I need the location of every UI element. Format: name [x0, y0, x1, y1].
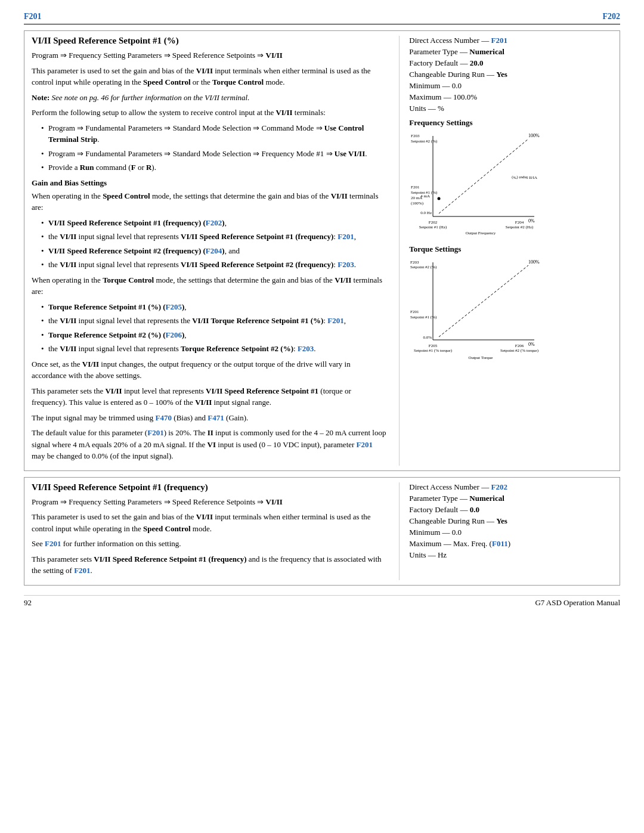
chart-vi-label: VI/II Input (%) [512, 175, 537, 180]
direct-access-line2: Direct Access Number — F202 [409, 482, 612, 492]
chart-f203-label: F203 [411, 134, 420, 138]
factory-default-line1: Factory Default — 20.0 [409, 58, 612, 68]
torque-bullet-1: Torque Reference Setpoint #1 (%) (F205), [41, 301, 387, 313]
chart-sp1-label: Setpoint #1 (Hz) [419, 225, 447, 230]
maximum-value2: Max. Freq. (F011) [453, 539, 510, 548]
chart-0hz-label: 0.0 Hz [421, 210, 432, 215]
chart-4mA-label: 4 mA [421, 194, 431, 199]
torque-sp2x-label: Setpoint #2 (% torque) [500, 348, 539, 353]
torque-chart-area: Torque Settings 100% 0% F203 Setpoint #2… [409, 244, 612, 363]
speed-bullet-4: the VI/II input signal level that repres… [41, 259, 387, 271]
chart-f202-label: F202 [429, 220, 438, 225]
chart-sp2-label: Setpoint #2 (Hz) [506, 225, 534, 230]
section2-title: VI/II Speed Reference Setpoint #1 (frequ… [32, 482, 387, 493]
torque-100-label: 100% [528, 259, 540, 265]
link-f203a[interactable]: F203 [338, 260, 354, 269]
section2-right: Direct Access Number — F202 Parameter Ty… [399, 482, 612, 580]
direct-access-value1[interactable]: F201 [491, 36, 507, 45]
gain-bias-head: Gain and Bias Settings [32, 178, 387, 188]
link-f205[interactable]: F205 [166, 302, 182, 311]
section1-note: Note: See note on pg. 46 for further inf… [32, 92, 387, 104]
chart-100-label: 100% [528, 133, 540, 138]
section1-bullets-intro: Program ⇒ Fundamental Parameters ⇒ Stand… [32, 122, 387, 174]
torque-bullets: Torque Reference Setpoint #1 (%) (F205),… [32, 301, 387, 355]
footer-page-number: 92 [24, 598, 32, 608]
section1-body2: Perform the following setup to allow the… [32, 107, 387, 119]
link-f201-s2b[interactable]: F201 [74, 566, 90, 575]
link-f201b[interactable]: F201 [327, 316, 343, 325]
param-type-line1: Parameter Type — Numerical [409, 47, 612, 57]
header-left[interactable]: F201 [24, 12, 42, 21]
torque-bullet-2: the VI/II input signal level that repres… [41, 315, 387, 327]
chart-f204-label: F204 [515, 220, 524, 225]
changeable-line2: Changeable During Run — Yes [409, 516, 612, 526]
torque-sp2-label: Setpoint #2 (%) [410, 265, 437, 270]
link-f201a[interactable]: F201 [338, 232, 354, 241]
header-right[interactable]: F202 [602, 12, 620, 21]
section2-body3: This parameter sets VI/II Speed Referenc… [32, 553, 387, 577]
factory-default-line2: Factory Default — 0.0 [409, 505, 612, 515]
gain-bias-intro: When operating in the Speed Control mode… [32, 190, 387, 213]
minimum-line2: Minimum — 0.0 [409, 528, 612, 537]
param-type-line2: Parameter Type — Numerical [409, 494, 612, 503]
section2-box: VI/II Speed Reference Setpoint #1 (frequ… [24, 477, 620, 586]
section2-breadcrumb: Program ⇒ Frequency Setting Parameters ⇒… [32, 496, 387, 508]
link-f471[interactable]: F471 [208, 413, 224, 422]
link-f201d[interactable]: F201 [357, 440, 373, 449]
torque-sp1-label: Setpoint #1 (% torque) [414, 348, 453, 353]
link-f202[interactable]: F202 [206, 218, 222, 227]
torque-bullet-3: Torque Reference Setpoint #2 (%) (F206), [41, 329, 387, 341]
torque-f205-label: F205 [429, 343, 438, 348]
torque-0-label: 0% [528, 342, 535, 347]
section1-body6: The default value for this parameter (F2… [32, 427, 387, 462]
section1-box: VI/II Speed Reference Setpoint #1 (%) Pr… [24, 30, 620, 471]
page-footer: 92 G7 ASD Operation Manual [24, 595, 620, 608]
bullet-item: Program ⇒ Fundamental Parameters ⇒ Stand… [41, 148, 387, 160]
link-f470[interactable]: F470 [156, 413, 172, 422]
section1-body5: The input signal may be trimmed using F4… [32, 412, 387, 424]
section1-body1: This parameter is used to set the gain a… [32, 65, 387, 88]
link-f201c[interactable]: F201 [147, 428, 163, 437]
maximum-line2: Maximum — Max. Freq. (F011) [409, 539, 612, 549]
units-line1: Units — % [409, 104, 612, 113]
direct-access-label1: Direct Access Number — [409, 36, 491, 45]
freq-chart-svg: 100% 0% F202 Setpoint #1 (Hz) F204 Setpo… [409, 130, 540, 237]
section1-breadcrumb: Program ⇒ Frequency Setting Parameters ⇒… [32, 49, 387, 61]
torque-chart-svg: 100% 0% F203 Setpoint #2 (%) F201 Setpoi… [409, 256, 540, 361]
torque-intro: When operating in the Torque Control mod… [32, 274, 387, 298]
changeable-line1: Changeable During Run — Yes [409, 70, 612, 79]
bullet-item: Provide a Run command (F or R). [41, 162, 387, 174]
chart-f201-label: F201 [411, 185, 420, 190]
torque-f201-label: F201 [410, 309, 419, 314]
torque-bullet-4: the VI/II input signal level that repres… [41, 343, 387, 355]
torque-sp1c-label: Setpoint #1 (%) [410, 315, 437, 320]
section1-body3: Once set, as the VI/II input changes, th… [32, 358, 387, 382]
speed-bullet-2: the VI/II input signal level that repres… [41, 231, 387, 243]
speed-bullets: VI/II Speed Reference Setpoint #1 (frequ… [32, 217, 387, 271]
section2-left: VI/II Speed Reference Setpoint #1 (frequ… [32, 482, 387, 580]
link-f204[interactable]: F204 [206, 246, 222, 255]
minimum-line1: Minimum — 0.0 [409, 81, 612, 91]
link-f201-s2[interactable]: F201 [45, 539, 61, 548]
section1-two-col: VI/II Speed Reference Setpoint #1 (%) Pr… [32, 36, 612, 466]
torque-chart-title: Torque Settings [409, 244, 612, 254]
chart-0-label: 0% [528, 218, 535, 224]
direct-access-value2[interactable]: F202 [491, 482, 507, 491]
link-f203b[interactable]: F203 [298, 344, 314, 353]
section2-two-col: VI/II Speed Reference Setpoint #1 (frequ… [32, 482, 612, 580]
chart-output-freq-label: Output Frequency [466, 231, 496, 236]
speed-bullet-1: VI/II Speed Reference Setpoint #1 (frequ… [41, 217, 387, 229]
torque-00p-label: 0.0% [423, 335, 432, 340]
section1-right: Direct Access Number — F201 Parameter Ty… [399, 36, 612, 466]
chart-100p-label: (100%) [411, 201, 424, 206]
bullet-item: Program ⇒ Fundamental Parameters ⇒ Stand… [41, 122, 387, 145]
maximum-line1: Maximum — 100.0% [409, 92, 612, 102]
link-f011[interactable]: F011 [492, 539, 508, 548]
svg-line-5 [439, 265, 528, 337]
chart-4mA-dot [438, 197, 441, 200]
section1-left: VI/II Speed Reference Setpoint #1 (%) Pr… [32, 36, 387, 466]
section1-title: VI/II Speed Reference Setpoint #1 (%) [32, 36, 387, 46]
link-f206[interactable]: F206 [166, 330, 182, 339]
freq-chart-title: Frequency Settings [409, 118, 612, 128]
torque-output-label: Output Torque [469, 355, 493, 360]
